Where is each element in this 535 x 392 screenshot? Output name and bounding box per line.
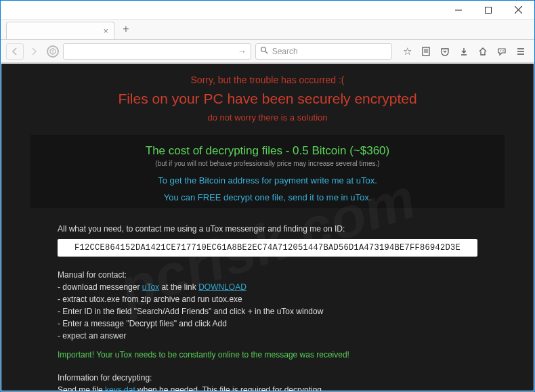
utox-id-box[interactable]: F12CCE864152DA1421CE717710EC61A8BE2EC74A… [58, 239, 477, 257]
info-body: Send me file keys.dat when he needed. Th… [58, 384, 477, 391]
headline-1: Sorry, but the trouble has occurred :( [10, 74, 525, 85]
svg-line-8 [265, 51, 268, 53]
reader-view-icon[interactable] [421, 46, 431, 57]
downloads-icon[interactable] [458, 46, 469, 57]
manual-step-4: - Enter a message "Decrypt files" and cl… [58, 318, 477, 330]
download-link[interactable]: DOWNLOAD [198, 282, 247, 292]
keys-dat-link[interactable]: keys.dat [105, 385, 135, 391]
svg-point-13 [500, 50, 501, 51]
manual-header: Manual for contact: [58, 270, 477, 280]
manual-list: - download messenger uTox at the link DO… [58, 281, 477, 342]
browser-toolbar: → Search ☆ [1, 40, 534, 63]
menu-icon[interactable] [515, 46, 526, 57]
identity-icon[interactable] [47, 45, 59, 58]
browser-tab[interactable]: × [6, 22, 114, 39]
svg-rect-1 [486, 7, 492, 13]
nav-back-button[interactable] [6, 43, 24, 60]
search-icon [260, 46, 268, 56]
headline-2: Files on your PC have been securely encr… [10, 91, 525, 107]
svg-rect-9 [423, 47, 429, 56]
ransom-page: Sorry, but the trouble has occurred :( F… [10, 64, 525, 391]
payment-instruction-2: You can FREE decrypt one file, send it t… [30, 192, 505, 202]
hello-icon[interactable] [496, 46, 507, 57]
window-titlebar [1, 1, 534, 20]
svg-point-6 [52, 52, 53, 53]
window-maximize-button[interactable] [473, 1, 503, 19]
url-bar[interactable]: → [63, 43, 251, 60]
nav-forward-button[interactable] [25, 43, 43, 60]
details-section: All what you need, to contact me using a… [10, 224, 525, 391]
go-arrow-icon[interactable]: → [238, 46, 247, 56]
page-viewport: pcrisk.com Sorry, but the trouble has oc… [1, 64, 534, 391]
cost-line: The cost of decrypting files - 0.5 Bitco… [30, 144, 505, 158]
payment-instruction-1: To get the Bitcoin address for payment w… [30, 175, 505, 186]
window-close-button[interactable] [503, 1, 533, 19]
manual-step-5: - expect an answer [58, 330, 477, 342]
price-warning: (but if you will not behave professional… [30, 160, 505, 167]
manual-step-2: - extract utox.exe from zip archive and … [58, 293, 477, 305]
manual-step-3: - Enter ID in the field "Search/Add Frie… [58, 305, 477, 318]
bookmark-star-icon[interactable]: ☆ [402, 46, 412, 57]
contact-intro: All what you need, to contact me using a… [58, 224, 477, 234]
utox-link[interactable]: uTox [142, 282, 159, 292]
svg-point-7 [261, 47, 265, 52]
home-icon[interactable] [477, 46, 488, 57]
search-bar[interactable]: Search [255, 43, 392, 60]
browser-window: × + → Search ☆ [0, 0, 535, 392]
headline-3: do not worry there is a solution [10, 112, 525, 123]
svg-point-14 [502, 50, 504, 51]
tab-strip: × + [1, 20, 534, 40]
pocket-icon[interactable] [440, 46, 450, 57]
toolbar-icons: ☆ [396, 46, 529, 57]
window-minimize-button[interactable] [444, 1, 473, 19]
cost-box: The cost of decrypting files - 0.5 Bitco… [30, 135, 505, 208]
important-note: Important! Your uTox needs to be constan… [58, 350, 477, 360]
nav-arrows [6, 43, 43, 60]
new-tab-button[interactable]: + [117, 22, 135, 37]
tab-close-icon[interactable]: × [103, 26, 108, 36]
info-header: Information for decrypting: [58, 372, 477, 384]
search-placeholder: Search [272, 47, 298, 56]
decrypt-info: Information for decrypting: Send me file… [58, 372, 477, 391]
manual-step-1: - download messenger uTox at the link DO… [58, 281, 477, 293]
